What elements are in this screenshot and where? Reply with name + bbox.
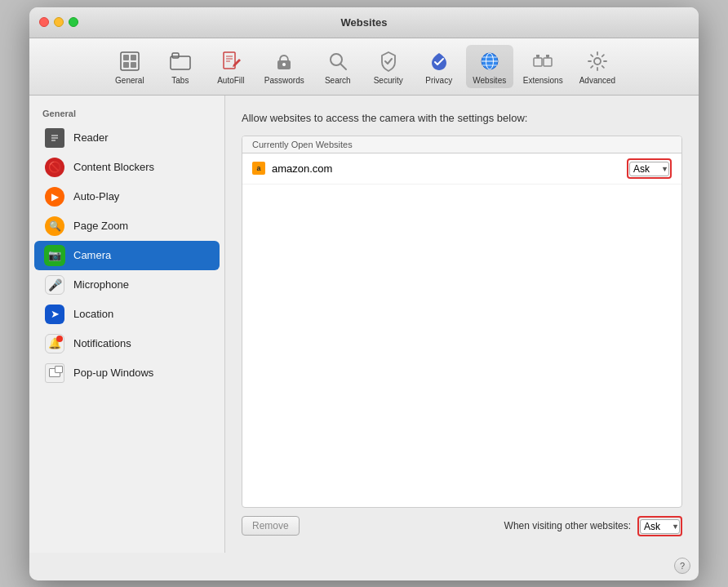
auto-play-icon: ▶ <box>44 186 65 207</box>
sidebar-item-microphone[interactable]: 🎤 Microphone <box>34 270 220 300</box>
content-blockers-label: Content Blockers <box>73 161 154 173</box>
reader-icon <box>44 127 65 149</box>
main-description: Allow websites to access the camera with… <box>242 112 682 124</box>
svg-point-24 <box>594 58 601 64</box>
tabs-label: Tabs <box>171 76 189 85</box>
websites-icon <box>477 48 503 74</box>
camera-icon: 📷 <box>44 245 65 266</box>
svg-point-12 <box>282 63 286 66</box>
toolbar-privacy[interactable]: Privacy <box>415 45 463 88</box>
svg-rect-4 <box>131 62 136 68</box>
tabs-icon <box>167 48 193 74</box>
content-area: General Reader 🚫 Content Blockers ▶ <box>29 96 699 553</box>
sidebar-item-auto-play[interactable]: ▶ Auto-Play <box>34 182 220 211</box>
title-bar: Websites <box>29 7 699 38</box>
toolbar-extensions[interactable]: Extensions <box>517 45 570 88</box>
svg-rect-2 <box>131 55 136 60</box>
sidebar-item-reader[interactable]: Reader <box>34 123 220 153</box>
minimize-button[interactable] <box>54 17 64 27</box>
toolbar-websites[interactable]: Websites <box>466 45 513 88</box>
sidebar-item-location[interactable]: ➤ Location <box>34 300 220 329</box>
other-websites-row: When visiting other websites: Ask Allow … <box>504 516 682 536</box>
security-label: Security <box>374 76 403 85</box>
window-title: Websites <box>341 16 388 29</box>
advanced-label: Advanced <box>579 76 615 85</box>
svg-rect-20 <box>534 58 542 66</box>
sidebar-section-header: General <box>29 105 224 123</box>
location-icon: ➤ <box>44 304 65 325</box>
privacy-icon <box>426 48 452 74</box>
sidebar-item-page-zoom[interactable]: 🔍 Page Zoom <box>34 211 220 241</box>
general-icon <box>117 48 143 74</box>
website-select-wrapper: Ask Allow Deny ▾ <box>627 158 672 179</box>
microphone-icon: 🎤 <box>44 274 65 296</box>
microphone-label: Microphone <box>73 278 129 291</box>
page-zoom-icon: 🔍 <box>44 216 65 237</box>
sidebar-item-notifications[interactable]: 🔔 Notifications <box>34 329 220 358</box>
safari-window: Websites General Tabs AutoFill Pass <box>29 7 699 580</box>
autofill-label: AutoFill <box>217 76 244 85</box>
website-name: amazon.com <box>272 162 627 175</box>
privacy-label: Privacy <box>425 76 452 85</box>
svg-line-14 <box>340 64 346 69</box>
other-select-container: Ask Allow Deny ▾ <box>640 518 680 534</box>
search-label: Search <box>325 76 351 85</box>
autofill-icon <box>218 48 244 74</box>
help-area: ? <box>29 553 699 580</box>
toolbar-autofill[interactable]: AutoFill <box>207 45 255 88</box>
websites-panel: Currently Open Websites a amazon.com Ask… <box>242 136 682 508</box>
extensions-icon <box>530 48 556 74</box>
pop-up-icon <box>44 362 65 384</box>
amazon-icon: a <box>252 162 265 175</box>
svg-rect-1 <box>123 55 129 60</box>
help-button[interactable]: ? <box>674 558 690 574</box>
auto-play-label: Auto-Play <box>73 190 119 202</box>
toolbar-passwords[interactable]: Passwords <box>258 45 311 88</box>
bottom-bar: Remove When visiting other websites: Ask… <box>242 516 682 536</box>
search-icon <box>325 48 351 74</box>
pop-up-label: Pop-up Windows <box>73 367 153 379</box>
websites-label: Websites <box>473 76 506 85</box>
main-panel: Allow websites to access the camera with… <box>225 96 699 553</box>
panel-header: Currently Open Websites <box>242 136 681 153</box>
toolbar-advanced[interactable]: Advanced <box>573 45 622 88</box>
passwords-icon <box>271 48 297 74</box>
toolbar: General Tabs AutoFill Passwords Search <box>29 38 699 96</box>
close-button[interactable] <box>39 17 49 27</box>
sidebar-item-content-blockers[interactable]: 🚫 Content Blockers <box>34 153 220 182</box>
sidebar: General Reader 🚫 Content Blockers ▶ <box>29 96 225 553</box>
passwords-label: Passwords <box>264 76 304 85</box>
page-zoom-label: Page Zoom <box>73 220 128 232</box>
toolbar-search[interactable]: Search <box>314 45 362 88</box>
svg-rect-21 <box>544 58 552 66</box>
sidebar-item-camera[interactable]: 📷 Camera <box>34 241 220 270</box>
reader-label: Reader <box>73 131 109 144</box>
notification-badge <box>56 336 63 342</box>
table-row: a amazon.com Ask Allow Deny ▾ <box>242 153 681 185</box>
other-select-wrapper: Ask Allow Deny ▾ <box>637 516 682 536</box>
remove-button[interactable]: Remove <box>242 516 300 536</box>
svg-rect-3 <box>123 62 129 68</box>
location-label: Location <box>73 308 113 320</box>
content-blockers-icon: 🚫 <box>44 157 65 178</box>
notifications-label: Notifications <box>73 337 131 349</box>
toolbar-tabs[interactable]: Tabs <box>157 45 204 88</box>
sidebar-item-pop-up-windows[interactable]: Pop-up Windows <box>34 358 220 388</box>
website-setting-select[interactable]: Ask Allow Deny <box>629 162 669 176</box>
other-websites-label: When visiting other websites: <box>504 520 631 531</box>
general-label: General <box>115 76 144 85</box>
amazon-favicon: a <box>252 162 265 175</box>
camera-label: Camera <box>73 249 111 261</box>
traffic-lights <box>39 17 78 27</box>
svg-rect-6 <box>172 53 179 58</box>
notifications-icon: 🔔 <box>44 333 65 354</box>
advanced-icon <box>584 48 610 74</box>
maximize-button[interactable] <box>69 17 78 27</box>
extensions-label: Extensions <box>523 76 563 85</box>
website-select-container: Ask Allow Deny ▾ <box>629 161 669 176</box>
toolbar-general[interactable]: General <box>106 45 153 88</box>
toolbar-security[interactable]: Security <box>365 45 412 88</box>
security-icon <box>375 48 402 74</box>
panel-body: a amazon.com Ask Allow Deny ▾ <box>242 153 681 507</box>
other-websites-select[interactable]: Ask Allow Deny <box>640 519 680 534</box>
